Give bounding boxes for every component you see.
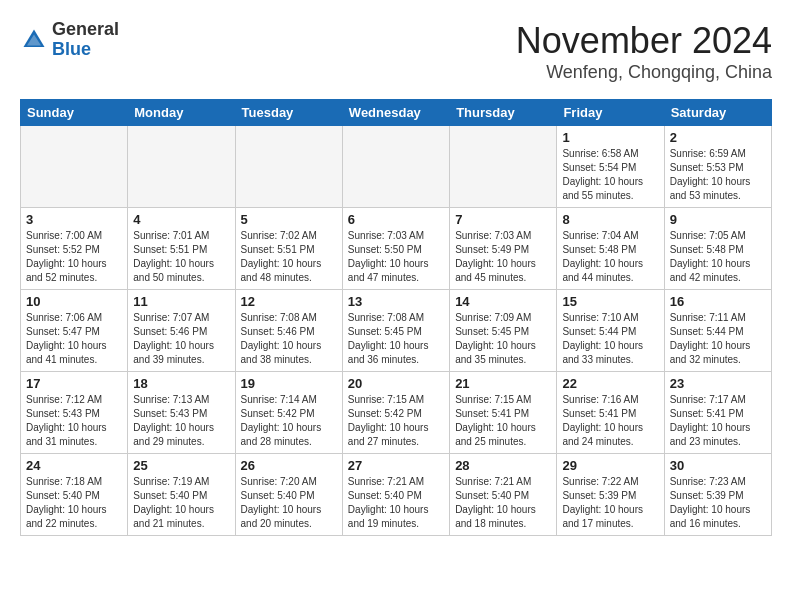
day-number: 10	[26, 294, 122, 309]
day-number: 17	[26, 376, 122, 391]
calendar-cell	[21, 126, 128, 208]
day-info: Sunrise: 7:22 AM Sunset: 5:39 PM Dayligh…	[562, 475, 658, 531]
header-sunday: Sunday	[21, 100, 128, 126]
day-info: Sunrise: 7:11 AM Sunset: 5:44 PM Dayligh…	[670, 311, 766, 367]
day-info: Sunrise: 7:16 AM Sunset: 5:41 PM Dayligh…	[562, 393, 658, 449]
calendar-cell: 9Sunrise: 7:05 AM Sunset: 5:48 PM Daylig…	[664, 208, 771, 290]
page-container: General Blue November 2024 Wenfeng, Chon…	[20, 20, 772, 536]
day-info: Sunrise: 7:02 AM Sunset: 5:51 PM Dayligh…	[241, 229, 337, 285]
day-info: Sunrise: 7:19 AM Sunset: 5:40 PM Dayligh…	[133, 475, 229, 531]
calendar-cell: 17Sunrise: 7:12 AM Sunset: 5:43 PM Dayli…	[21, 372, 128, 454]
header-tuesday: Tuesday	[235, 100, 342, 126]
calendar-cell: 27Sunrise: 7:21 AM Sunset: 5:40 PM Dayli…	[342, 454, 449, 536]
day-number: 18	[133, 376, 229, 391]
calendar-cell: 22Sunrise: 7:16 AM Sunset: 5:41 PM Dayli…	[557, 372, 664, 454]
day-number: 5	[241, 212, 337, 227]
calendar-cell: 4Sunrise: 7:01 AM Sunset: 5:51 PM Daylig…	[128, 208, 235, 290]
weekday-header-row: Sunday Monday Tuesday Wednesday Thursday…	[21, 100, 772, 126]
day-info: Sunrise: 6:58 AM Sunset: 5:54 PM Dayligh…	[562, 147, 658, 203]
calendar-cell: 20Sunrise: 7:15 AM Sunset: 5:42 PM Dayli…	[342, 372, 449, 454]
calendar: Sunday Monday Tuesday Wednesday Thursday…	[20, 99, 772, 536]
location: Wenfeng, Chongqing, China	[516, 62, 772, 83]
day-info: Sunrise: 7:21 AM Sunset: 5:40 PM Dayligh…	[455, 475, 551, 531]
calendar-cell: 18Sunrise: 7:13 AM Sunset: 5:43 PM Dayli…	[128, 372, 235, 454]
day-number: 30	[670, 458, 766, 473]
day-info: Sunrise: 7:15 AM Sunset: 5:42 PM Dayligh…	[348, 393, 444, 449]
day-number: 22	[562, 376, 658, 391]
calendar-cell	[235, 126, 342, 208]
calendar-cell: 24Sunrise: 7:18 AM Sunset: 5:40 PM Dayli…	[21, 454, 128, 536]
calendar-cell	[128, 126, 235, 208]
calendar-cell	[342, 126, 449, 208]
calendar-week-3: 10Sunrise: 7:06 AM Sunset: 5:47 PM Dayli…	[21, 290, 772, 372]
calendar-week-4: 17Sunrise: 7:12 AM Sunset: 5:43 PM Dayli…	[21, 372, 772, 454]
day-number: 14	[455, 294, 551, 309]
day-info: Sunrise: 7:06 AM Sunset: 5:47 PM Dayligh…	[26, 311, 122, 367]
day-info: Sunrise: 7:09 AM Sunset: 5:45 PM Dayligh…	[455, 311, 551, 367]
calendar-cell: 5Sunrise: 7:02 AM Sunset: 5:51 PM Daylig…	[235, 208, 342, 290]
header-monday: Monday	[128, 100, 235, 126]
day-number: 9	[670, 212, 766, 227]
header-saturday: Saturday	[664, 100, 771, 126]
day-number: 21	[455, 376, 551, 391]
day-number: 2	[670, 130, 766, 145]
calendar-cell: 29Sunrise: 7:22 AM Sunset: 5:39 PM Dayli…	[557, 454, 664, 536]
day-info: Sunrise: 7:12 AM Sunset: 5:43 PM Dayligh…	[26, 393, 122, 449]
day-info: Sunrise: 7:00 AM Sunset: 5:52 PM Dayligh…	[26, 229, 122, 285]
day-number: 28	[455, 458, 551, 473]
day-number: 27	[348, 458, 444, 473]
calendar-cell: 2Sunrise: 6:59 AM Sunset: 5:53 PM Daylig…	[664, 126, 771, 208]
day-number: 4	[133, 212, 229, 227]
calendar-cell: 21Sunrise: 7:15 AM Sunset: 5:41 PM Dayli…	[450, 372, 557, 454]
calendar-cell: 3Sunrise: 7:00 AM Sunset: 5:52 PM Daylig…	[21, 208, 128, 290]
day-number: 13	[348, 294, 444, 309]
calendar-cell: 11Sunrise: 7:07 AM Sunset: 5:46 PM Dayli…	[128, 290, 235, 372]
calendar-cell: 28Sunrise: 7:21 AM Sunset: 5:40 PM Dayli…	[450, 454, 557, 536]
day-info: Sunrise: 7:04 AM Sunset: 5:48 PM Dayligh…	[562, 229, 658, 285]
day-info: Sunrise: 7:10 AM Sunset: 5:44 PM Dayligh…	[562, 311, 658, 367]
logo-general: General	[52, 19, 119, 39]
calendar-cell: 13Sunrise: 7:08 AM Sunset: 5:45 PM Dayli…	[342, 290, 449, 372]
day-info: Sunrise: 7:18 AM Sunset: 5:40 PM Dayligh…	[26, 475, 122, 531]
day-info: Sunrise: 7:23 AM Sunset: 5:39 PM Dayligh…	[670, 475, 766, 531]
day-info: Sunrise: 6:59 AM Sunset: 5:53 PM Dayligh…	[670, 147, 766, 203]
day-info: Sunrise: 7:01 AM Sunset: 5:51 PM Dayligh…	[133, 229, 229, 285]
calendar-cell: 23Sunrise: 7:17 AM Sunset: 5:41 PM Dayli…	[664, 372, 771, 454]
title-section: November 2024 Wenfeng, Chongqing, China	[516, 20, 772, 83]
day-number: 11	[133, 294, 229, 309]
calendar-week-5: 24Sunrise: 7:18 AM Sunset: 5:40 PM Dayli…	[21, 454, 772, 536]
day-info: Sunrise: 7:03 AM Sunset: 5:50 PM Dayligh…	[348, 229, 444, 285]
calendar-cell: 25Sunrise: 7:19 AM Sunset: 5:40 PM Dayli…	[128, 454, 235, 536]
day-info: Sunrise: 7:07 AM Sunset: 5:46 PM Dayligh…	[133, 311, 229, 367]
day-number: 1	[562, 130, 658, 145]
day-info: Sunrise: 7:21 AM Sunset: 5:40 PM Dayligh…	[348, 475, 444, 531]
calendar-cell	[450, 126, 557, 208]
calendar-cell: 19Sunrise: 7:14 AM Sunset: 5:42 PM Dayli…	[235, 372, 342, 454]
day-number: 19	[241, 376, 337, 391]
day-number: 16	[670, 294, 766, 309]
calendar-cell: 15Sunrise: 7:10 AM Sunset: 5:44 PM Dayli…	[557, 290, 664, 372]
day-info: Sunrise: 7:05 AM Sunset: 5:48 PM Dayligh…	[670, 229, 766, 285]
day-info: Sunrise: 7:14 AM Sunset: 5:42 PM Dayligh…	[241, 393, 337, 449]
day-number: 20	[348, 376, 444, 391]
calendar-cell: 10Sunrise: 7:06 AM Sunset: 5:47 PM Dayli…	[21, 290, 128, 372]
day-info: Sunrise: 7:17 AM Sunset: 5:41 PM Dayligh…	[670, 393, 766, 449]
calendar-cell: 1Sunrise: 6:58 AM Sunset: 5:54 PM Daylig…	[557, 126, 664, 208]
calendar-cell: 8Sunrise: 7:04 AM Sunset: 5:48 PM Daylig…	[557, 208, 664, 290]
day-number: 25	[133, 458, 229, 473]
header: General Blue November 2024 Wenfeng, Chon…	[20, 20, 772, 83]
day-number: 7	[455, 212, 551, 227]
calendar-cell: 12Sunrise: 7:08 AM Sunset: 5:46 PM Dayli…	[235, 290, 342, 372]
calendar-cell: 30Sunrise: 7:23 AM Sunset: 5:39 PM Dayli…	[664, 454, 771, 536]
calendar-week-1: 1Sunrise: 6:58 AM Sunset: 5:54 PM Daylig…	[21, 126, 772, 208]
logo-text: General Blue	[52, 20, 119, 60]
day-number: 24	[26, 458, 122, 473]
day-info: Sunrise: 7:03 AM Sunset: 5:49 PM Dayligh…	[455, 229, 551, 285]
day-number: 23	[670, 376, 766, 391]
calendar-cell: 26Sunrise: 7:20 AM Sunset: 5:40 PM Dayli…	[235, 454, 342, 536]
calendar-cell: 7Sunrise: 7:03 AM Sunset: 5:49 PM Daylig…	[450, 208, 557, 290]
logo-icon	[20, 26, 48, 54]
day-info: Sunrise: 7:15 AM Sunset: 5:41 PM Dayligh…	[455, 393, 551, 449]
day-info: Sunrise: 7:20 AM Sunset: 5:40 PM Dayligh…	[241, 475, 337, 531]
header-friday: Friday	[557, 100, 664, 126]
